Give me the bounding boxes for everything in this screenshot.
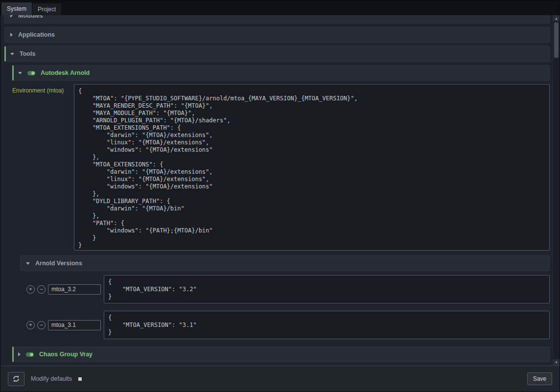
section-modules-label: Modules	[18, 15, 43, 19]
section-applications[interactable]: Applications	[4, 27, 550, 43]
add-version-button[interactable]: +	[26, 321, 35, 329]
environment-row: Environment (mtoa) { "MTOA": "{PYPE_STUD…	[12, 84, 550, 251]
group-autodesk-arnold[interactable]: Autodesk Arnold	[12, 65, 550, 81]
chevron-down-icon	[18, 72, 22, 74]
environment-json-editor[interactable]: { "MTOA": "{PYPE_STUDIO_SOFTWARE}/arnold…	[74, 84, 550, 251]
group-chaos-group-vray-label: Chaos Group Vray	[39, 351, 93, 358]
chevron-down-icon	[10, 53, 14, 55]
tab-system[interactable]: System	[1, 2, 32, 15]
version-json-editor[interactable]: { "MTOA_VERSION": "3.1" }	[104, 311, 550, 339]
settings-main: Modules Applications Tools Autodesk Arno…	[0, 15, 560, 366]
settings-scroll-area: Modules Applications Tools Autodesk Arno…	[0, 15, 553, 366]
remove-version-button[interactable]: −	[37, 285, 46, 294]
group-chaos-group-vray[interactable]: Chaos Group Vray	[12, 346, 550, 362]
section-modules[interactable]: Modules	[4, 15, 550, 23]
chevron-right-icon	[10, 33, 13, 37]
tab-project[interactable]: Project	[32, 3, 61, 15]
modify-defaults-label: Modify defaults	[31, 375, 72, 382]
chevron-down-icon	[26, 262, 30, 265]
version-row: + − { "MTOA_VERSION": "3.2" }	[26, 275, 550, 303]
enabled-toggle-icon[interactable]	[27, 71, 35, 75]
settings-tabbar: System Project	[0, 0, 560, 15]
vertical-scrollbar[interactable]: ▲ ▼	[553, 15, 560, 366]
modify-defaults-checkbox[interactable]	[78, 377, 82, 381]
version-row: + − { "MTOA_VERSION": "3.1" }	[26, 311, 550, 339]
scrollbar-thumb[interactable]	[554, 23, 559, 58]
scroll-down-icon[interactable]: ▼	[553, 359, 560, 366]
save-button[interactable]: Save	[527, 372, 552, 385]
refresh-icon	[12, 375, 20, 383]
add-version-button[interactable]: +	[26, 285, 35, 294]
scrollbar-track[interactable]	[553, 22, 560, 359]
section-tools-label: Tools	[20, 50, 35, 57]
chevron-right-icon	[18, 352, 21, 356]
chevron-right-icon	[10, 15, 13, 18]
version-key-input[interactable]	[48, 320, 101, 330]
section-applications-label: Applications	[18, 31, 55, 38]
version-json-editor[interactable]: { "MTOA_VERSION": "3.2" }	[104, 275, 550, 303]
enabled-toggle-icon[interactable]	[26, 352, 34, 357]
refresh-button[interactable]	[8, 372, 24, 386]
footer-bar: Modify defaults Save	[0, 366, 560, 392]
environment-label: Environment (mtoa)	[12, 84, 74, 251]
section-arnold-versions[interactable]: Arnold Versions	[20, 255, 550, 271]
section-tools[interactable]: Tools	[4, 46, 550, 62]
settings-window: System Project Modules Applications	[0, 0, 560, 392]
version-key-input[interactable]	[48, 284, 101, 295]
remove-version-button[interactable]: −	[37, 321, 46, 329]
group-autodesk-arnold-label: Autodesk Arnold	[41, 69, 90, 76]
scroll-up-icon[interactable]: ▲	[553, 15, 560, 22]
section-arnold-versions-label: Arnold Versions	[35, 260, 82, 267]
